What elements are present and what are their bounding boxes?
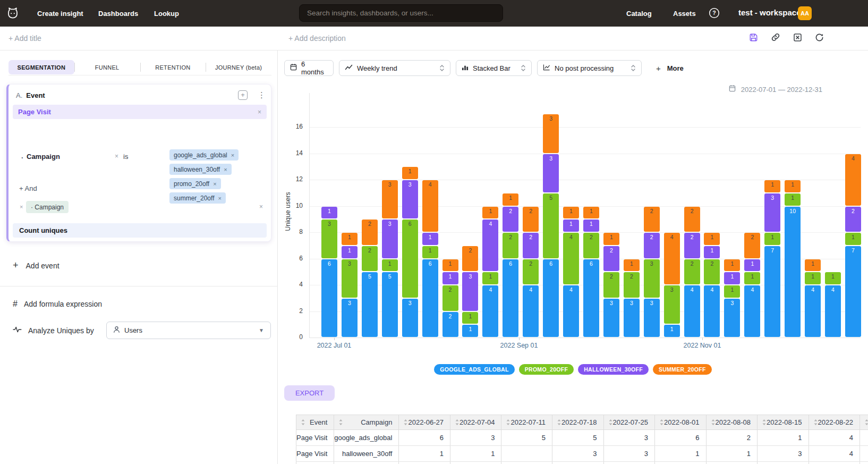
filter-value-chip[interactable]: summer_20off× xyxy=(169,192,226,204)
bar-segment[interactable]: 1 xyxy=(724,272,740,284)
bar-segment[interactable]: 1 xyxy=(563,207,579,219)
bar-segment[interactable]: 6 xyxy=(402,220,418,298)
bar-segment[interactable]: 2 xyxy=(503,207,518,232)
column-header[interactable]: 2022-08-15 xyxy=(758,415,809,430)
bar-segment[interactable]: 1 xyxy=(422,233,438,245)
column-header[interactable]: 2022-07-18 xyxy=(552,415,604,430)
sort-icon[interactable] xyxy=(403,419,408,426)
bar-segment[interactable]: 4 xyxy=(523,285,539,337)
bar-segment[interactable]: 1 xyxy=(442,259,458,272)
sort-icon[interactable] xyxy=(506,419,510,426)
bar-segment[interactable]: 2 xyxy=(362,246,378,272)
add-and-condition[interactable]: + And xyxy=(19,184,37,192)
bar-segment[interactable]: 7 xyxy=(764,246,780,337)
bar-segment[interactable]: 1 xyxy=(503,193,518,206)
bar-segment[interactable]: 6 xyxy=(543,259,559,338)
event-selector-row[interactable]: Page Visit × xyxy=(13,105,267,119)
remove-chip-icon[interactable]: × xyxy=(218,195,221,201)
bar-segment[interactable]: 10 xyxy=(785,207,801,338)
bar-segment[interactable]: 3 xyxy=(342,259,358,298)
bar-segment[interactable]: 3 xyxy=(624,299,640,337)
aggregation-row[interactable]: Count uniques xyxy=(13,223,267,238)
bar-segment[interactable]: 1 xyxy=(583,220,599,232)
export-button[interactable]: EXPORT xyxy=(284,385,335,401)
legend-pill[interactable]: PROMO_20OFF xyxy=(519,364,574,375)
bar-segment[interactable]: 1 xyxy=(764,233,780,245)
bar-segment[interactable]: 2 xyxy=(603,246,619,272)
bar-segment[interactable]: 1 xyxy=(382,259,398,272)
bar-segment[interactable]: 3 xyxy=(382,180,398,218)
bar-segment[interactable]: 3 xyxy=(402,299,418,337)
workspace-name[interactable]: test - workspace xyxy=(738,8,801,17)
save-icon[interactable] xyxy=(748,32,759,43)
filter-operator[interactable]: is xyxy=(123,153,128,161)
column-header[interactable]: 2022-07-11 xyxy=(501,415,552,430)
sort-icon[interactable] xyxy=(608,419,613,426)
bar-segment[interactable]: 2 xyxy=(362,220,378,245)
bar-segment[interactable]: 5 xyxy=(382,272,398,337)
bar-segment[interactable]: 1 xyxy=(402,167,418,179)
bar-segment[interactable]: 6 xyxy=(503,259,518,338)
bar-segment[interactable]: 4 xyxy=(664,233,680,284)
bar-segment[interactable]: 3 xyxy=(543,154,559,192)
remove-chip-icon[interactable]: × xyxy=(224,166,227,173)
sort-icon[interactable] xyxy=(813,419,818,426)
nav-dashboards[interactable]: Dashboards xyxy=(98,10,138,18)
legend-pill[interactable]: GOOGLE_ADS_GLOBAL xyxy=(434,364,514,375)
bar-segment[interactable]: 2 xyxy=(744,233,760,258)
sort-icon[interactable] xyxy=(301,419,305,426)
bar-segment[interactable]: 1 xyxy=(744,259,760,272)
kebab-menu-icon[interactable]: ⋮ xyxy=(258,90,266,100)
copy-link-icon[interactable] xyxy=(770,32,781,43)
bar-segment[interactable]: 2 xyxy=(603,272,619,298)
bar-segment[interactable]: 2 xyxy=(644,207,660,232)
bar-segment[interactable]: 4 xyxy=(482,220,498,271)
date-window-button[interactable]: 6 months xyxy=(284,60,334,76)
bar-segment[interactable]: 4 xyxy=(704,285,720,337)
legend-pill[interactable]: HALLOWEEN_30OFF xyxy=(578,364,649,375)
bar-segment[interactable]: 7 xyxy=(845,246,861,337)
bar-segment[interactable]: 1 xyxy=(664,325,680,337)
tab-journey[interactable]: JOURNEY (beta) xyxy=(206,60,271,74)
bar-segment[interactable]: 4 xyxy=(845,154,861,206)
search-input[interactable] xyxy=(299,4,503,22)
analyze-by-dropdown[interactable]: Users ▼ xyxy=(106,322,271,339)
bar-segment[interactable]: 3 xyxy=(402,180,418,218)
legend-pill[interactable]: SUMMER_20OFF xyxy=(653,364,712,375)
bar-segment[interactable]: 2 xyxy=(704,259,720,285)
filter-value-chip[interactable]: halloween_30off× xyxy=(169,164,232,175)
bar-segment[interactable]: 3 xyxy=(321,220,337,258)
add-title-field[interactable]: + Add title xyxy=(8,34,41,43)
bar-segment[interactable]: 2 xyxy=(523,259,539,285)
bar-segment[interactable]: 1 xyxy=(482,207,498,219)
bar-segment[interactable]: 4 xyxy=(563,233,579,284)
bar-segment[interactable]: 6 xyxy=(321,259,337,338)
add-formula-button[interactable]: # Add formula expression xyxy=(13,299,102,309)
trend-select[interactable]: Weekly trend xyxy=(339,60,450,76)
bar-segment[interactable]: 3 xyxy=(603,299,619,337)
add-filter-icon[interactable]: + xyxy=(238,90,248,100)
bar-segment[interactable]: 3 xyxy=(462,272,478,310)
bar-segment[interactable]: 1 xyxy=(583,207,599,219)
bar-segment[interactable]: 1 xyxy=(744,272,760,284)
bar-segment[interactable]: 1 xyxy=(342,233,358,245)
filter-property[interactable]: Campaign xyxy=(27,153,60,161)
column-header[interactable]: 2022-07-25 xyxy=(603,415,655,430)
bar-segment[interactable]: 1 xyxy=(422,246,438,258)
bar-segment[interactable]: 2 xyxy=(845,207,861,232)
column-header[interactable]: 2022-08-29 xyxy=(860,415,868,430)
remove-breakdown-icon[interactable]: × xyxy=(20,204,23,210)
bar-segment[interactable]: 1 xyxy=(825,272,841,284)
bar-segment[interactable]: 4 xyxy=(744,285,760,337)
sort-icon[interactable] xyxy=(455,419,459,426)
bar-segment[interactable]: 1 xyxy=(462,312,478,324)
bar-segment[interactable]: 2 xyxy=(503,233,518,258)
refresh-icon[interactable] xyxy=(814,32,824,43)
clear-breakdown-icon[interactable]: × xyxy=(259,203,263,210)
bar-segment[interactable]: 2 xyxy=(624,272,640,298)
bar-segment[interactable]: 5 xyxy=(543,193,559,258)
filter-value-chip[interactable]: google_ads_global× xyxy=(169,149,239,161)
tab-retention[interactable]: RETENTION xyxy=(140,60,206,74)
column-header[interactable]: Event xyxy=(296,415,334,430)
bar-segment[interactable]: 2 xyxy=(442,312,458,338)
